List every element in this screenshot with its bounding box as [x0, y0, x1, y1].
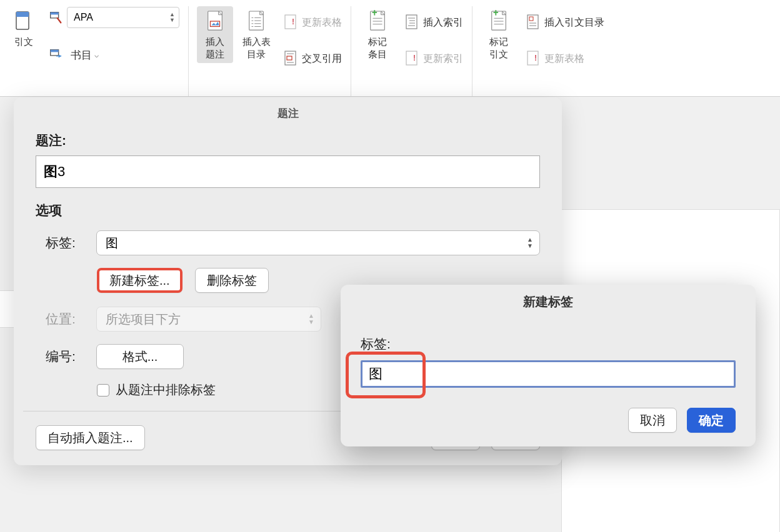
- style-brush-icon: [48, 10, 63, 25]
- ribbon-toolbar: 引文 APA ▲▼ 书目 ⌵: [0, 0, 780, 97]
- ribbon-group-citations: 引文 APA ▲▼ 书目 ⌵: [3, 6, 189, 96]
- bibliography-label: 书目: [71, 48, 92, 62]
- delete-label-button[interactable]: 删除标签: [195, 268, 269, 293]
- caption-input[interactable]: 图 3: [36, 155, 540, 188]
- ribbon-group-captions: 插入 题注 插入表 目录 ! 更新表格: [192, 6, 351, 96]
- bibliography-button[interactable]: 书目 ⌵: [44, 44, 183, 66]
- position-select: 所选项目下方 ▲▼: [96, 307, 321, 332]
- new-label-button[interactable]: 新建标签...: [97, 268, 182, 293]
- ribbon-group-index: 标记 条目 插入索引 ! 更新索引: [354, 6, 472, 96]
- options-section-title: 选项: [36, 202, 540, 219]
- cross-reference-label: 交叉引用: [302, 52, 342, 66]
- svg-text:!: !: [292, 17, 294, 26]
- insert-toa-label: 插入引文目录: [544, 16, 604, 29]
- svg-text:!: !: [534, 54, 537, 62]
- update-table-icon: !: [283, 15, 298, 30]
- insert-tof-button[interactable]: 插入表 目录: [238, 6, 274, 63]
- mark-entry-icon: [368, 9, 388, 33]
- insert-citation-button[interactable]: 引文: [8, 6, 39, 51]
- mark-citation-label: 标记 引文: [489, 36, 508, 60]
- style-selector[interactable]: APA ▲▼: [44, 6, 183, 29]
- caption-number: 3: [58, 164, 65, 180]
- insert-index-icon: [404, 15, 419, 30]
- style-value: APA: [74, 12, 93, 23]
- update-toa-button[interactable]: ! 更新表格: [522, 47, 608, 70]
- position-row-label: 位置:: [46, 310, 86, 328]
- mark-citation-button[interactable]: 标记 引文: [481, 6, 517, 63]
- svg-text:!: !: [413, 54, 416, 62]
- ribbon-group-toa: 标记 引文 插入引文目录 ! 更新表格: [476, 6, 613, 96]
- bibliography-icon: [48, 47, 63, 62]
- position-select-value: 所选项目下方: [106, 311, 181, 328]
- citation-label: 引文: [14, 36, 33, 48]
- stepper-icon: ▲▼: [169, 12, 175, 23]
- insert-index-label: 插入索引: [423, 16, 463, 29]
- number-format-button[interactable]: 格式...: [96, 344, 184, 369]
- newlabel-dialog-title: 新建标签: [341, 285, 756, 335]
- table-of-figures-icon: [246, 9, 266, 33]
- svg-rect-25: [406, 15, 417, 29]
- cross-reference-icon: [283, 51, 298, 66]
- new-label-dialog: 新建标签 标签: 取消 确定: [341, 285, 756, 446]
- mark-entry-label: 标记 条目: [368, 36, 387, 60]
- updown-icon: ▲▼: [308, 313, 314, 325]
- insert-index-button[interactable]: 插入索引: [401, 11, 467, 34]
- newlabel-input[interactable]: [361, 360, 736, 388]
- newlabel-field-label: 标签:: [361, 335, 736, 353]
- update-toa-icon: !: [526, 51, 541, 66]
- svg-rect-1: [16, 12, 29, 17]
- insert-toa-button[interactable]: 插入引文目录: [522, 11, 608, 34]
- insert-tof-label: 插入表 目录: [242, 36, 271, 60]
- update-index-button[interactable]: ! 更新索引: [401, 47, 467, 70]
- insert-caption-icon: [205, 9, 225, 33]
- mark-citation-icon: [489, 9, 509, 33]
- auto-caption-button[interactable]: 自动插入题注...: [36, 425, 145, 450]
- newlabel-ok-button[interactable]: 确定: [687, 408, 736, 433]
- update-table-button[interactable]: ! 更新表格: [279, 11, 346, 34]
- insert-toa-icon: [526, 15, 541, 30]
- mark-entry-button[interactable]: 标记 条目: [359, 6, 396, 63]
- label-select-value: 图: [106, 235, 118, 252]
- update-index-icon: !: [404, 51, 419, 66]
- style-combo[interactable]: APA ▲▼: [67, 7, 179, 28]
- citation-icon: [14, 9, 34, 33]
- newlabel-cancel-button[interactable]: 取消: [628, 408, 677, 433]
- cross-reference-button[interactable]: 交叉引用: [279, 47, 346, 70]
- update-toa-label: 更新表格: [544, 52, 584, 66]
- dialog-title: 题注: [14, 97, 562, 132]
- label-select[interactable]: 图 ▲▼: [96, 230, 540, 255]
- caption-field-label: 题注:: [36, 132, 540, 149]
- update-table-label: 更新表格: [302, 16, 342, 29]
- exclude-label-text: 从题注中排除标签: [116, 382, 216, 398]
- insert-caption-label: 插入 题注: [206, 36, 224, 60]
- exclude-label-checkbox[interactable]: [97, 384, 109, 397]
- label-row-label: 标签:: [46, 234, 86, 252]
- updown-icon: ▲▼: [527, 237, 533, 249]
- caption-prefix: 图: [44, 162, 58, 181]
- chevron-down-icon: ⌵: [94, 51, 99, 59]
- insert-caption-button[interactable]: 插入 题注: [197, 6, 233, 63]
- update-index-label: 更新索引: [423, 52, 463, 66]
- number-row-label: 编号:: [46, 348, 86, 365]
